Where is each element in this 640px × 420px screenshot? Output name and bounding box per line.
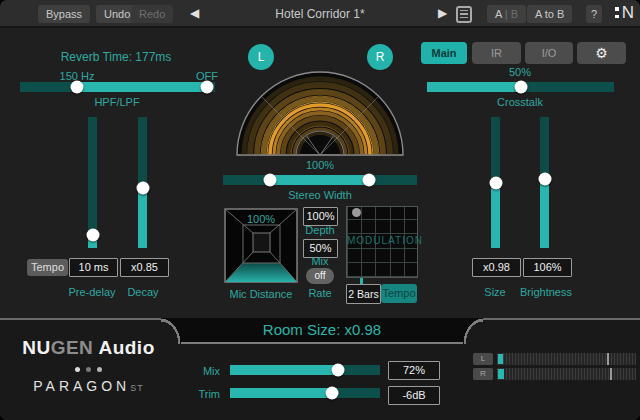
meter-left-label: L (473, 353, 493, 365)
gear-icon: ⚙ (595, 45, 608, 61)
banner-right-curve (463, 318, 483, 344)
modulation-grid-dot[interactable] (352, 208, 361, 217)
size-handle[interactable] (489, 176, 502, 189)
room-size-banner: Room Size: x0.98 (181, 318, 463, 344)
mic-distance-label: Mic Distance (230, 288, 293, 300)
hpf-lpf-slider[interactable] (20, 82, 215, 92)
modulation-depth-label: Depth (305, 224, 334, 236)
crosstalk-label: Crosstalk (497, 96, 543, 108)
decay-value[interactable]: x0.85 (120, 258, 169, 277)
decay-handle[interactable] (136, 181, 149, 194)
predelay-label: Pre-delay (68, 286, 115, 298)
tab-io[interactable]: I/O (525, 42, 573, 64)
brand-dots (16, 367, 161, 372)
right-channel-badge[interactable]: R (367, 44, 393, 70)
hpf-lpf-label: HPF/LPF (94, 96, 139, 108)
modulation-rate-value[interactable]: 2 Bars (346, 284, 381, 304)
ab-a-label: A (495, 8, 502, 20)
predelay-handle[interactable] (86, 228, 99, 241)
meter-right-label: R (473, 368, 493, 380)
mix-value[interactable]: 72% (388, 361, 440, 380)
next-preset-icon[interactable]: ▶ (438, 6, 447, 20)
trim-label: Trim (150, 388, 220, 400)
meter-left-peak (607, 353, 609, 365)
stereo-width-right-handle[interactable] (362, 174, 375, 187)
modulation-title: MODULATION (347, 235, 417, 246)
mic-distance-value: 100% (247, 213, 275, 225)
decay-label: Decay (127, 286, 158, 298)
modulation-off-button[interactable]: off (306, 268, 334, 284)
trim-slider[interactable] (230, 388, 380, 398)
hpf-handle[interactable] (70, 81, 83, 94)
a-to-b-button[interactable]: A to B (527, 5, 572, 23)
modulation-grid[interactable]: MODULATION (346, 206, 418, 278)
stereo-width-slider[interactable] (223, 175, 417, 185)
modulation-rate-label: Rate (308, 287, 331, 299)
top-bar: Bypass Undo Redo ◀ Hotel Corridor 1* ▶ A… (0, 0, 640, 28)
paragon-plugin-window: Bypass Undo Redo ◀ Hotel Corridor 1* ▶ A… (0, 0, 640, 420)
brightness-value[interactable]: 106% (523, 258, 572, 277)
stereo-width-left-handle[interactable] (263, 174, 276, 187)
decay-slider[interactable] (138, 117, 147, 248)
modulation-mix-label: Mix (311, 255, 328, 267)
ab-b-label: | B (502, 8, 518, 20)
mix-slider[interactable] (230, 365, 380, 375)
predelay-slider[interactable] (88, 117, 97, 248)
brand-logo: NUGEN Audio PARAGONST (16, 337, 161, 394)
meter-right-bar (497, 368, 636, 380)
nugen-audio-wordmark: NUGEN Audio (16, 337, 161, 359)
meter-left-bar (497, 353, 636, 365)
impulse-response-visualizer (235, 68, 405, 158)
preset-name[interactable]: Hotel Corridor 1* (230, 7, 410, 21)
mix-handle[interactable] (332, 364, 345, 377)
nugen-logo: N (615, 4, 634, 21)
crosstalk-handle[interactable] (514, 81, 527, 94)
crosstalk-slider[interactable] (427, 82, 614, 92)
stereo-width-label: Stereo Width (288, 189, 352, 201)
settings-tab[interactable]: ⚙ (577, 42, 626, 64)
reverb-time-readout: Reverb Time: 177ms (61, 50, 172, 64)
modulation-tempo-toggle[interactable]: Tempo (381, 284, 417, 303)
nugen-logo-dots (615, 7, 619, 18)
brightness-label: Brightness (520, 286, 572, 298)
meter-right-peak (610, 368, 612, 380)
banner-left-curve (161, 318, 181, 344)
help-button[interactable]: ? (586, 5, 602, 23)
nugen-logo-letter: N (622, 4, 634, 21)
ab-compare-button[interactable]: A | B (487, 5, 526, 23)
stereo-width-value: 100% (306, 159, 334, 171)
previous-preset-icon[interactable]: ◀ (190, 6, 199, 20)
size-slider[interactable] (491, 117, 500, 248)
left-channel-badge[interactable]: L (248, 44, 274, 70)
brightness-slider[interactable] (540, 117, 549, 248)
product-name: PARAGONST (16, 378, 161, 394)
tab-main[interactable]: Main (421, 42, 467, 64)
preset-list-icon[interactable] (456, 6, 472, 23)
trim-value[interactable]: -6dB (388, 386, 440, 405)
size-label: Size (484, 286, 505, 298)
trim-handle[interactable] (326, 387, 339, 400)
redo-button[interactable]: Redo (131, 5, 173, 23)
predelay-value[interactable]: 10 ms (69, 258, 118, 277)
mix-label: Mix (150, 365, 220, 377)
bypass-button[interactable]: Bypass (38, 5, 90, 23)
tab-ir[interactable]: IR (472, 42, 521, 64)
size-value[interactable]: x0.98 (472, 258, 521, 277)
brightness-handle[interactable] (538, 172, 551, 185)
crosstalk-value: 50% (509, 66, 531, 78)
lpf-handle[interactable] (201, 81, 214, 94)
predelay-tempo-button[interactable]: Tempo (27, 259, 68, 276)
